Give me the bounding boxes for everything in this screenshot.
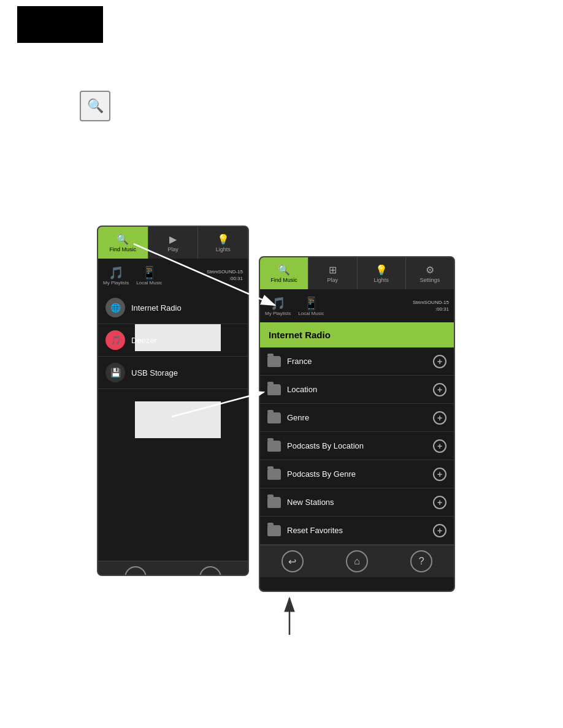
genre-folder-icon [267, 412, 281, 423]
podcasts-location-add-button[interactable]: + [433, 439, 446, 453]
new-stations-add-button[interactable]: + [433, 496, 446, 509]
right-play-icon: ⊞ [329, 264, 337, 276]
right-france[interactable]: France + [260, 347, 454, 376]
right-back-button[interactable]: ↩ [282, 550, 304, 572]
right-playlists-label: My Playlists [265, 311, 291, 316]
right-bottom-nav: ↩ ⌂ ? [260, 545, 454, 577]
annotation-box-2 [135, 401, 221, 438]
right-home-button[interactable]: ⌂ [346, 550, 368, 572]
right-tab-find-music[interactable]: 🔍 Find Music [260, 257, 308, 289]
deezer-icon: 🎵 [105, 330, 125, 350]
right-local-music[interactable]: 📱 Local Music [296, 294, 326, 319]
lights-label: Lights [216, 246, 231, 252]
location-label: Location [287, 385, 317, 394]
genre-label: Genre [287, 413, 309, 422]
right-local-music-icon: 📱 [304, 296, 319, 311]
left-local-music[interactable]: 📱 Local Music [134, 263, 164, 288]
right-local-music-label: Local Music [298, 311, 324, 316]
right-my-playlists[interactable]: 🎵 My Playlists [262, 294, 293, 319]
right-device-name: StrimSOUND-15 [329, 299, 449, 306]
right-source-bar: 🎵 My Playlists 📱 Local Music StrimSOUND-… [260, 289, 454, 322]
right-location[interactable]: Location + [260, 376, 454, 404]
genre-add-button[interactable]: + [433, 411, 446, 425]
internet-radio-header: Internet Radio [260, 322, 454, 347]
new-stations-label: New Stations [287, 498, 334, 507]
usb-label: USB Storage [131, 368, 178, 377]
left-tab-bar: 🔍 Find Music ▶ Play 💡 Lights [98, 227, 248, 259]
right-find-music-label: Find Music [270, 277, 297, 283]
annotation-box-1 [135, 324, 221, 351]
right-device-time: :00:31 [329, 306, 449, 313]
internet-radio-icon: 🌐 [105, 298, 125, 317]
playlists-icon: 🎵 [109, 265, 124, 280]
playlists-label: My Playlists [103, 280, 129, 286]
reset-favorites-folder-icon [267, 525, 281, 536]
left-tab-lights[interactable]: 💡 Lights [198, 227, 248, 259]
reset-favorites-label: Reset Favorites [287, 526, 343, 535]
play-label: Play [167, 246, 178, 252]
france-folder-icon [267, 356, 281, 367]
arrow-overlay-3 [259, 592, 320, 641]
right-reset-favorites[interactable]: Reset Favorites + [260, 517, 454, 545]
location-folder-icon [267, 384, 281, 395]
podcasts-by-location-label: Podcasts By Location [287, 441, 364, 450]
podcasts-location-folder-icon [267, 441, 281, 452]
lights-icon: 💡 [217, 233, 229, 245]
reset-favorites-add-button[interactable]: + [433, 524, 446, 537]
left-usb-storage[interactable]: 💾 USB Storage [98, 357, 248, 389]
search-icon: 🔍 [80, 91, 110, 121]
right-tab-play[interactable]: ⊞ Play [308, 257, 357, 289]
right-lights-label: Lights [374, 277, 389, 283]
left-tab-find-music[interactable]: 🔍 Find Music [98, 227, 148, 259]
right-phone: 🔍 Find Music ⊞ Play 💡 Lights ⚙ Settings … [259, 256, 455, 592]
play-icon: ▶ [169, 233, 177, 245]
left-source-bar: 🎵 My Playlists 📱 Local Music StrimSOUND-… [98, 259, 248, 292]
right-settings-label: Settings [420, 277, 440, 283]
local-music-label: Local Music [136, 280, 162, 286]
right-device-info: StrimSOUND-15 :00:31 [329, 299, 451, 313]
france-label: France [287, 357, 312, 366]
right-new-stations[interactable]: New Stations + [260, 488, 454, 517]
find-music-label: Find Music [110, 246, 137, 252]
france-add-button[interactable]: + [433, 355, 446, 368]
right-find-music-icon: 🔍 [278, 264, 290, 276]
left-back-button[interactable]: ↩ [124, 566, 147, 576]
right-play-label: Play [327, 277, 339, 283]
right-tab-lights[interactable]: 💡 Lights [358, 257, 406, 289]
new-stations-folder-icon [267, 497, 281, 508]
right-podcasts-by-location[interactable]: Podcasts By Location + [260, 432, 454, 460]
right-playlists-icon: 🎵 [270, 296, 286, 311]
location-add-button[interactable]: + [433, 383, 446, 396]
local-music-icon: 📱 [142, 265, 157, 280]
right-tab-bar: 🔍 Find Music ⊞ Play 💡 Lights ⚙ Settings [260, 257, 454, 289]
podcasts-genre-folder-icon [267, 469, 281, 480]
usb-icon: 💾 [105, 363, 125, 382]
internet-radio-label: Internet Radio [131, 303, 182, 313]
podcasts-genre-add-button[interactable]: + [433, 468, 446, 481]
right-help-button[interactable]: ? [410, 550, 432, 572]
top-black-rectangle [17, 6, 103, 43]
left-bottom-nav: ↩ ⌂ [98, 561, 248, 576]
right-tab-settings[interactable]: ⚙ Settings [406, 257, 454, 289]
podcasts-by-genre-label: Podcasts By Genre [287, 469, 356, 479]
left-phone: 🔍 Find Music ▶ Play 💡 Lights 🎵 My Playli… [97, 226, 249, 576]
left-my-playlists[interactable]: 🎵 My Playlists [101, 263, 131, 288]
right-settings-icon: ⚙ [426, 264, 434, 276]
find-music-icon: 🔍 [117, 233, 129, 245]
right-lights-icon: 💡 [375, 264, 388, 276]
right-genre[interactable]: Genre + [260, 404, 454, 432]
left-device-name: StrimSOUND-15 [167, 268, 243, 275]
left-home-button[interactable]: ⌂ [199, 566, 221, 576]
left-internet-radio[interactable]: 🌐 Internet Radio [98, 292, 248, 324]
left-tab-play[interactable]: ▶ Play [148, 227, 199, 259]
left-device-time: :00:31 [167, 275, 243, 282]
right-podcasts-by-genre[interactable]: Podcasts By Genre + [260, 460, 454, 488]
left-device-info: StrimSOUND-15 :00:31 [167, 268, 245, 282]
